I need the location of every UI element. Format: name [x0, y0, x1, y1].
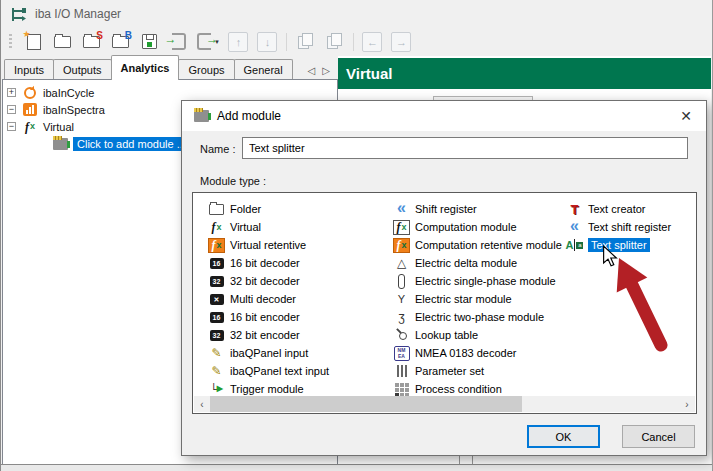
fx-retentive-icon: fx — [393, 238, 409, 253]
module-item-multi-decoder[interactable]: ✕Multi decoder — [207, 290, 392, 308]
tree-item-label: Click to add module ... — [73, 137, 190, 151]
module-item-label: Virtual — [230, 221, 261, 233]
pencil-icon: ✎ — [211, 347, 221, 359]
fx-icon: fx — [25, 121, 35, 133]
pencil-icon: ✎ — [211, 365, 221, 377]
module-item-virtual-retentive[interactable]: fxVirtual retentive — [207, 236, 392, 254]
module-column-3: TText creator«Text shift registerAaText … — [565, 200, 683, 413]
tab-groups[interactable]: Groups — [178, 59, 234, 80]
tab-inputs[interactable]: Inputs — [4, 59, 54, 80]
module-item-folder[interactable]: Folder — [207, 200, 392, 218]
import-button[interactable] — [168, 32, 189, 52]
chip-x-icon: ✕ — [210, 294, 224, 305]
tab-outputs[interactable]: Outputs — [53, 59, 112, 80]
dialog-title-bar[interactable]: Add module ✕ — [182, 101, 706, 131]
module-item-text-shift-register[interactable]: «Text shift register — [565, 218, 683, 236]
single-phase-icon — [398, 274, 405, 289]
module-item-lookup-table[interactable]: Lookup table — [392, 326, 565, 344]
chip-16-icon: 16 — [210, 312, 224, 323]
module-item-32-bit-encoder[interactable]: 3232 bit encoder — [207, 326, 392, 344]
nav-back-button[interactable]: ← — [362, 32, 383, 52]
scroll-right-icon[interactable]: › — [679, 396, 695, 412]
module-item-label: 16 bit decoder — [230, 257, 300, 269]
module-item-label: Computation retentive module — [415, 239, 562, 251]
module-type-list: FolderfxVirtualfxVirtual retentive1616 b… — [192, 192, 697, 414]
copy-button[interactable] — [295, 32, 316, 52]
module-item-electric-single-phase-module[interactable]: Electric single-phase module — [392, 272, 565, 290]
open-config-button[interactable] — [52, 32, 73, 52]
scrollbar-thumb[interactable] — [210, 396, 522, 412]
module-icon — [194, 110, 209, 122]
module-item-ibaqpanel-text-input[interactable]: ✎ibaQPanel text input — [207, 362, 392, 380]
tree-item-ibaincycle[interactable]: +ibaInCycle — [3, 84, 337, 101]
arrow-up-icon: ↑ — [228, 32, 248, 52]
open-s-config-button[interactable] — [81, 32, 102, 52]
title-bar: iba I/O Manager — [1, 0, 712, 28]
module-type-label: Module type : — [200, 175, 266, 187]
module-item-label: NMEA 0183 decoder — [415, 347, 517, 359]
app-window: iba I/O Manager ▼↑↓←→ InputsOutputsAnaly… — [0, 0, 713, 471]
module-item-text-splitter[interactable]: AaText splitter — [565, 236, 683, 254]
window-title: iba I/O Manager — [35, 7, 121, 21]
tab-general[interactable]: General — [234, 59, 293, 80]
tab-scroll-right-icon[interactable]: ▷ — [322, 65, 330, 76]
module-item-label: Lookup table — [415, 329, 478, 341]
shift-register-icon: « — [397, 200, 406, 216]
export-button[interactable]: ▼ — [197, 32, 220, 52]
delta-icon: △ — [397, 257, 406, 269]
module-item-16-bit-encoder[interactable]: 1616 bit encoder — [207, 308, 392, 326]
module-item-label: Text splitter — [588, 238, 650, 252]
lookup-icon — [396, 329, 408, 341]
arrow-down-icon: ↓ — [257, 32, 277, 52]
module-name-input[interactable] — [242, 137, 688, 159]
module-item-label: Shift register — [415, 203, 477, 215]
module-item-virtual[interactable]: fxVirtual — [207, 218, 392, 236]
move-down-button[interactable]: ↓ — [257, 32, 278, 52]
module-item-electric-delta-module[interactable]: △Electric delta module — [392, 254, 565, 272]
module-item-16-bit-decoder[interactable]: 1616 bit decoder — [207, 254, 392, 272]
module-item-ibaqpanel-input[interactable]: ✎ibaQPanel input — [207, 344, 392, 362]
tab-scroll-left-icon[interactable]: ◁ — [308, 65, 316, 76]
module-item-label: Electric star module — [415, 293, 512, 305]
nmea-icon: NMEA — [394, 346, 410, 361]
desktop-background — [1, 465, 712, 471]
module-item-electric-star-module[interactable]: YElectric star module — [392, 290, 565, 308]
cancel-button[interactable]: Cancel — [622, 425, 695, 448]
module-item-nmea-0183-decoder[interactable]: NMEANMEA 0183 decoder — [392, 344, 565, 362]
module-item-computation-module[interactable]: fxComputation module — [392, 218, 565, 236]
app-logo-icon — [10, 7, 27, 22]
module-item-label: Computation module — [415, 221, 517, 233]
folder-b-icon — [112, 36, 129, 48]
module-item-text-creator[interactable]: TText creator — [565, 200, 683, 218]
collapse-icon[interactable]: − — [7, 122, 16, 131]
module-item-label: 32 bit encoder — [230, 329, 300, 341]
collapse-icon[interactable]: − — [7, 105, 16, 114]
move-up-button[interactable]: ↑ — [228, 32, 249, 52]
nav-forward-button[interactable]: → — [391, 32, 412, 52]
open-b-config-button[interactable] — [110, 32, 131, 52]
tree-item-label: Virtual — [43, 121, 74, 133]
module-item-32-bit-decoder[interactable]: 3232 bit decoder — [207, 272, 392, 290]
arrow-right-icon: → — [391, 32, 411, 52]
save-icon — [142, 34, 157, 49]
fx-icon: fx — [211, 221, 221, 233]
save-config-button[interactable] — [139, 32, 160, 52]
scroll-left-icon[interactable]: ‹ — [194, 396, 210, 412]
chip-16-icon: 16 — [210, 258, 224, 269]
paste-button[interactable] — [324, 32, 345, 52]
module-item-parameter-set[interactable]: Parameter set — [392, 362, 565, 380]
module-item-label: Electric two-phase module — [415, 311, 544, 323]
new-file-icon — [27, 34, 41, 50]
expand-icon[interactable]: + — [7, 88, 16, 97]
module-item-computation-retentive-module[interactable]: fxComputation retentive module — [392, 236, 565, 254]
tab-analytics[interactable]: Analytics — [111, 55, 180, 80]
module-item-shift-register[interactable]: «Shift register — [392, 200, 565, 218]
text-splitter-icon: Aa — [566, 239, 584, 251]
new-config-button[interactable] — [23, 32, 44, 52]
toolbar-grip[interactable] — [9, 34, 12, 50]
module-item-label: ibaQPanel text input — [230, 365, 329, 377]
module-item-electric-two-phase-module[interactable]: ʒElectric two-phase module — [392, 308, 565, 326]
close-icon[interactable]: ✕ — [676, 108, 696, 124]
ok-button[interactable]: OK — [527, 425, 600, 448]
copy-icon — [298, 36, 309, 49]
